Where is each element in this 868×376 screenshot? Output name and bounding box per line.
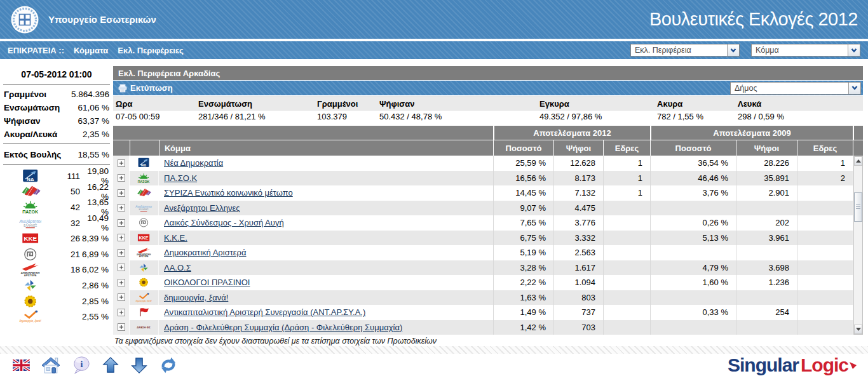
scrollbar-thumb[interactable] [854, 192, 862, 222]
party-link[interactable]: Αντικαπιταλιστική Αριστερή Συνεργασία (Α… [159, 307, 365, 317]
results-row: Αντικαπιταλιστική Αριστερή Συνεργασία (Α… [113, 305, 863, 320]
party-logo-drasi-icon: ΔΡΑΣΗ ΦΣ [130, 320, 159, 335]
summary-value: 782 / 1,55 % [654, 112, 735, 121]
nav-parties[interactable]: Κόμματα [74, 46, 108, 55]
expand-button[interactable] [113, 290, 130, 306]
seats-2012-cell: 1 [603, 156, 650, 171]
home-icon[interactable] [41, 356, 61, 374]
party-logo-nd-icon: ΝΔ [130, 156, 159, 171]
disclaimer-note: Τα εμφανιζόμενα στοιχεία δεν έχουν διαστ… [113, 335, 863, 346]
ministry-label: Υπουργείο Εσωτερικών [48, 14, 156, 25]
pct-2009-cell [650, 201, 736, 216]
pct-2012-cell: 1,42 % [493, 320, 553, 335]
chevron-down-icon[interactable] [848, 83, 860, 94]
party-percent: 6,89 % [80, 250, 113, 259]
party-link[interactable]: Λαικός Σύνδεσμος - Χρυσή Αυγή [159, 218, 284, 227]
refresh-icon[interactable] [159, 356, 178, 374]
expand-button[interactable] [113, 171, 130, 186]
arrow-up-icon[interactable] [102, 356, 119, 374]
party-percent: 2,86 % [80, 281, 113, 290]
expand-button[interactable] [113, 231, 130, 246]
party-link[interactable]: Δράση - Φιλελεύθερη Συμμαχία (Δράση - Φι… [159, 323, 402, 332]
scrollbar-track[interactable] [854, 166, 862, 325]
expand-button[interactable] [113, 275, 130, 290]
expand-button[interactable] [113, 215, 130, 231]
party-seats: 21 [61, 250, 80, 259]
pct-2012-cell: 16,56 % [493, 171, 553, 186]
votes-2012-cell: 4.475 [553, 201, 603, 216]
party-link[interactable]: ΠΑ.ΣΟ.Κ [159, 173, 197, 183]
chevron-down-icon[interactable] [848, 44, 860, 56]
nav-districts[interactable]: Εκλ. Περιφέρειες [118, 46, 184, 55]
expand-button[interactable] [113, 305, 130, 320]
pct-2012-cell: 3,28 % [493, 260, 553, 276]
nav-bar: ΕΠΙΚΡΑΤΕΙΑ :: Κόμματα Εκλ. Περιφέρειες Ε… [0, 41, 868, 59]
sidebar-party-row: ΔΗΜΟΚΡΑΤΙΚΗΑΡΙΣΤΕΡΑ186,02 % [0, 262, 113, 278]
party-percent: 2,85 % [80, 297, 113, 306]
party-cell: ΟΙΚΟΛΟΓΟΙ ΠΡΑΣΙΝΟΙ [159, 275, 493, 290]
municipality-dropdown[interactable]: Δήμος [730, 82, 861, 95]
party-link[interactable]: ΟΙΚΟΛΟΓΟΙ ΠΡΑΣΙΝΟΙ [159, 278, 250, 287]
stat-value: 61,06 % [78, 103, 109, 112]
party-cell: Κ.Κ.Ε. [159, 231, 493, 246]
district-dropdown[interactable]: Εκλ. Περιφέρεια [630, 44, 740, 57]
info-icon[interactable]: i [72, 356, 91, 375]
scroll-down-button[interactable] [854, 325, 862, 334]
stat-label: Ψήφισαν [4, 116, 41, 126]
party-seats: 32 [61, 218, 80, 228]
expand-button[interactable] [113, 260, 130, 276]
party-link[interactable]: δημιουργία, ξανά! [159, 293, 228, 302]
party-cell: Δράση - Φιλελεύθερη Συμμαχία (Δράση - Φι… [159, 320, 493, 335]
party-logo-dimar-icon: ΔΗΜΟΚΡΑΤΙΚΗΑΡΙΣΤΕΡΑ [130, 245, 159, 260]
summary-header: Ενσωμάτωση [196, 99, 315, 109]
party-logo-pasok-icon: ΠΑΣΟΚ [0, 200, 61, 215]
party-link[interactable]: Δημοκρατική Αριστερά [159, 248, 247, 257]
party-seats: 42 [61, 203, 80, 212]
party-logo-laos-icon [0, 278, 61, 293]
pct-2009-cell [650, 245, 736, 260]
scroll-up-button[interactable] [854, 156, 862, 166]
party-column-header: Κόμμα [159, 140, 493, 156]
results-row: ΔΡΑΣΗ ΦΣΔράση - Φιλελεύθερη Συμμαχία (Δρ… [113, 320, 863, 335]
nav-territory[interactable]: ΕΠΙΚΡΑΤΕΙΑ :: [8, 46, 64, 55]
uk-flag-icon[interactable] [13, 359, 30, 371]
municipality-dropdown-value: Δήμος [731, 84, 848, 93]
print-button[interactable]: Εκτύπωση [130, 83, 173, 93]
party-logo-kke-icon: ΚΚΕ [130, 231, 159, 246]
national-stats: Γραμμένοι5.864.396Ενσωμάτωση61,06 %Ψήφισ… [0, 84, 113, 144]
party-link[interactable]: Ανεξάρτητοι Ελληνες [159, 203, 240, 213]
expand-button[interactable] [113, 201, 130, 216]
table-scrollbar[interactable] [853, 156, 863, 335]
last-update-timestamp: 07-05-2012 01:00 [0, 66, 113, 84]
party-link[interactable]: Νέα Δημοκρατία [159, 158, 223, 168]
summary-header: Γραμμένοι [315, 99, 377, 109]
district-title: Εκλ. Περιφέρεια Αρκαδίας [118, 69, 220, 78]
expand-button[interactable] [113, 156, 130, 171]
expand-button[interactable] [113, 320, 130, 335]
summary-values-row: 07-05 00:59281/346 / 81,21 %103.37950.43… [113, 111, 863, 123]
arrow-down-icon[interactable] [130, 356, 148, 374]
summary-value: 281/346 / 81,21 % [196, 112, 315, 121]
stat-value: 2,35 % [83, 130, 109, 139]
party-seats: 18 [61, 265, 80, 274]
pct-2012-cell: 7,65 % [493, 215, 553, 231]
votes-2012-header: Ψήφοι [553, 140, 603, 156]
chevron-down-icon[interactable] [727, 44, 739, 56]
pct-2012-cell: 14,45 % [493, 185, 553, 201]
sidebar-party-row: 5016,22 % [0, 184, 113, 200]
expand-button[interactable] [113, 245, 130, 260]
expand-button[interactable] [113, 185, 130, 201]
votes-2009-header: Ψήφοι [736, 140, 797, 156]
seats-2012-cell [603, 201, 650, 216]
party-link[interactable]: ΛΑ.Ο.Σ [159, 263, 191, 272]
party-link[interactable]: ΣΥΡΙΖΑ Ενωτικό κοινωνικό μέτωπο [159, 188, 293, 198]
sidebar: 07-05-2012 01:00 Γραμμένοι5.864.396Ενσωμ… [0, 62, 113, 346]
results-row: ΠΑΣΟΚΠΑ.ΣΟ.Κ16,56 %8.173146,46 %35.8912 [113, 171, 863, 186]
party-dropdown[interactable]: Κόμμα [751, 44, 860, 57]
sidebar-stat-row: Ενσωμάτωση61,06 % [0, 101, 113, 114]
party-link[interactable]: Κ.Κ.Ε. [159, 233, 187, 243]
sidebar-party-row: ΑνεξάρτητοιΕΛΛΗΝΕΣ3210,49 % [0, 215, 113, 231]
party-cell: ΛΑ.Ο.Σ [159, 260, 493, 276]
votes-2012-cell: 3.332 [553, 231, 603, 246]
svg-text:ΠΑΣΟΚ: ΠΑΣΟΚ [138, 179, 150, 183]
